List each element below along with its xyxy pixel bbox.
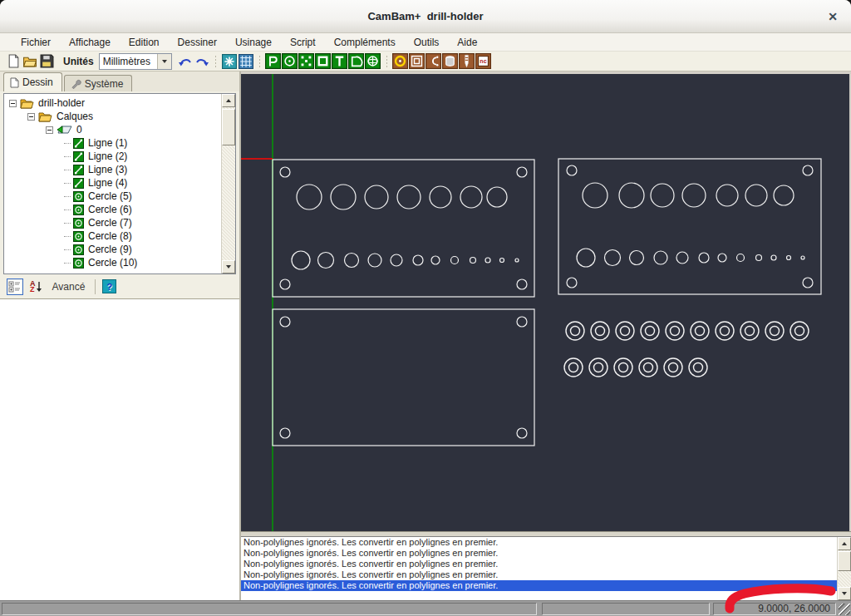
- tree-connector: [64, 209, 71, 210]
- scroll-down-button[interactable]: [222, 260, 235, 274]
- log-line[interactable]: Non-polylignes ignorés. Les convertir en…: [241, 537, 837, 548]
- circle-object-icon: [73, 191, 84, 202]
- property-grid: [0, 299, 239, 600]
- tree-connector: [64, 263, 71, 264]
- tree-item-label: Cercle (8): [88, 230, 132, 242]
- tree-item[interactable]: Calques: [4, 110, 221, 123]
- circle-object-icon: [73, 205, 84, 215]
- units-combobox[interactable]: Millimètres: [99, 53, 172, 70]
- tree-item-label: Cercle (5): [88, 190, 132, 202]
- tree-item-label: Cercle (6): [88, 204, 132, 215]
- scroll-up-button[interactable]: [838, 537, 851, 550]
- tree-item[interactable]: Cercle (10): [4, 256, 221, 269]
- tab-systeme-label: Système: [85, 78, 124, 90]
- tree-connector: [64, 236, 71, 237]
- tab-systeme[interactable]: Système: [64, 75, 133, 91]
- status-bar: 9.0000, 26.0000: [0, 600, 851, 616]
- collapse-toggle[interactable]: [9, 100, 17, 107]
- draw-surface-button[interactable]: [365, 53, 381, 70]
- menu-item-aide[interactable]: Aide: [448, 35, 486, 50]
- svg-text:nc: nc: [480, 58, 487, 65]
- undo-button[interactable]: [177, 53, 194, 70]
- status-cell: [542, 603, 710, 615]
- menu-item-usinage[interactable]: Usinage: [226, 35, 281, 50]
- tree-item[interactable]: Cercle (6): [4, 203, 221, 216]
- draw-points-button[interactable]: [298, 53, 315, 70]
- nc-file-op-button[interactable]: nc: [475, 53, 492, 70]
- menu-bar: FichierAffichageEditionDessinerUsinageSc…: [0, 33, 851, 52]
- message-log: Non-polylignes ignorés. Les convertir en…: [241, 536, 851, 600]
- arrow-down-icon: [36, 281, 42, 293]
- snap-toggle-button[interactable]: [221, 53, 238, 70]
- scroll-thumb[interactable]: [222, 109, 235, 145]
- collapse-toggle[interactable]: [27, 113, 35, 121]
- log-line[interactable]: Non-polylignes ignorés. Les convertir en…: [241, 580, 837, 591]
- wrench-icon: [71, 79, 81, 89]
- draw-text-button[interactable]: [332, 53, 348, 70]
- tree-item-label: Ligne (4): [88, 177, 127, 189]
- tree-item[interactable]: Cercle (9): [4, 243, 221, 256]
- tree-item-label: Ligne (2): [88, 150, 127, 162]
- engrave-op-button[interactable]: [426, 53, 442, 70]
- open-file-button[interactable]: [22, 53, 38, 70]
- sort-alphabetical-button[interactable]: A Z: [30, 281, 42, 293]
- advanced-button[interactable]: Avancé: [49, 281, 89, 293]
- help-button[interactable]: ?: [102, 279, 116, 293]
- menu-item-outils[interactable]: Outils: [405, 35, 449, 50]
- panel-tabs: Dessin Système: [0, 71, 239, 91]
- circle-object-icon: [73, 231, 84, 242]
- units-label: Unités: [63, 56, 94, 67]
- pocket-op-button[interactable]: [409, 53, 426, 70]
- log-line[interactable]: Non-polylignes ignorés. Les convertir en…: [241, 559, 837, 569]
- log-line[interactable]: Non-polylignes ignorés. Les convertir en…: [241, 548, 837, 559]
- profile-op-button[interactable]: [442, 53, 459, 70]
- new-file-button[interactable]: [5, 53, 22, 70]
- draw-circle-button[interactable]: [282, 53, 298, 70]
- tree-connector: [64, 170, 71, 170]
- grid-toggle-button[interactable]: [238, 53, 254, 70]
- close-icon[interactable]: ✕: [824, 8, 841, 25]
- tree-item[interactable]: Ligne (1): [4, 136, 221, 150]
- tree-item[interactable]: Cercle (5): [4, 190, 221, 203]
- save-button[interactable]: [38, 53, 55, 70]
- scroll-down-button[interactable]: [838, 587, 851, 600]
- tree-item[interactable]: 0: [4, 123, 221, 136]
- units-dropdown-button[interactable]: [157, 54, 171, 69]
- separator: [95, 279, 96, 294]
- main-toolbar: Unités Millimètres nc: [0, 52, 851, 71]
- log-scrollbar[interactable]: [837, 537, 851, 600]
- tree-item[interactable]: Ligne (3): [4, 163, 221, 176]
- categorized-button[interactable]: [7, 278, 23, 295]
- tree-scrollbar[interactable]: [221, 94, 235, 274]
- log-line[interactable]: Non-polylignes ignorés. Les convertir en…: [241, 569, 837, 580]
- resize-grip[interactable]: [839, 604, 850, 615]
- tree-item[interactable]: drill-holder: [4, 96, 221, 110]
- layer-icon: [57, 125, 72, 135]
- drawing-canvas[interactable]: [241, 71, 851, 531]
- scroll-thumb[interactable]: [838, 551, 851, 571]
- tree-item-label: drill-holder: [38, 97, 85, 109]
- tab-dessin-label: Dessin: [22, 76, 53, 88]
- scroll-up-button[interactable]: [222, 94, 235, 107]
- redo-button[interactable]: [194, 53, 210, 70]
- menu-item-complements[interactable]: Compléments: [325, 35, 405, 50]
- app-window: CamBam+ drill-holder ✕ FichierAffichageE…: [0, 0, 851, 616]
- tree-item[interactable]: Cercle (7): [4, 216, 221, 229]
- draw-rectangle-button[interactable]: [315, 53, 332, 70]
- collapse-toggle[interactable]: [46, 126, 53, 134]
- tree-item[interactable]: Ligne (2): [4, 150, 221, 163]
- tree-item[interactable]: Cercle (8): [4, 229, 221, 243]
- drill-bit-op-button[interactable]: [459, 53, 475, 70]
- draw-arc-button[interactable]: [348, 53, 365, 70]
- menu-item-edition[interactable]: Edition: [120, 35, 169, 50]
- menu-item-dessiner[interactable]: Dessiner: [169, 35, 226, 50]
- menu-item-script[interactable]: Script: [281, 35, 325, 50]
- tree-connector: [64, 223, 71, 224]
- menu-item-fichier[interactable]: Fichier: [12, 35, 60, 50]
- drill-op-button[interactable]: [392, 53, 409, 70]
- tree-item[interactable]: Ligne (4): [4, 176, 221, 190]
- menu-item-affichage[interactable]: Affichage: [60, 35, 120, 50]
- circle-object-icon: [73, 258, 84, 269]
- draw-polyline-button[interactable]: [265, 53, 282, 70]
- tab-dessin[interactable]: Dessin: [3, 72, 62, 91]
